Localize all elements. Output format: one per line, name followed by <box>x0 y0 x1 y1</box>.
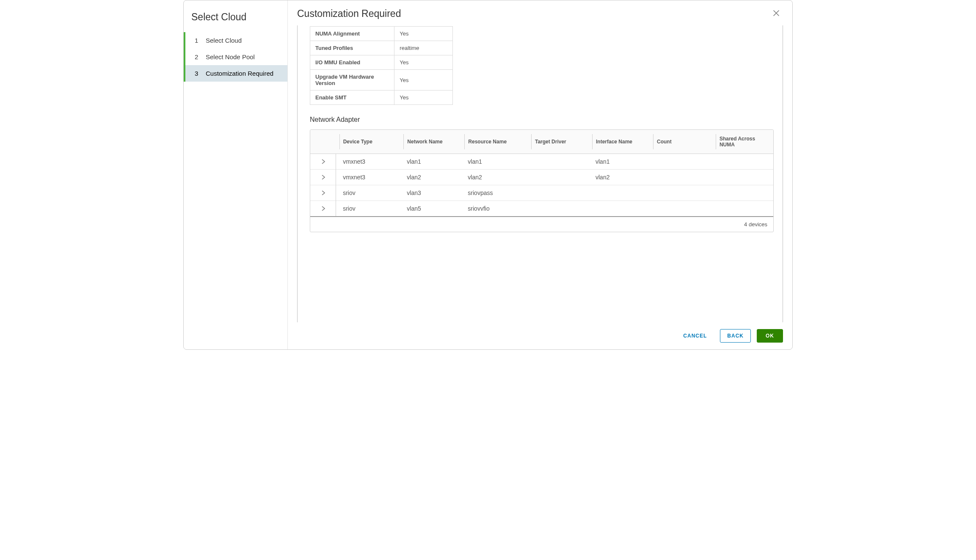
col-interface-name: Interface Name <box>589 130 650 154</box>
cell-device-type: sriov <box>336 185 400 201</box>
step-select-node-pool[interactable]: 2 Select Node Pool <box>184 49 287 65</box>
wizard-footer: CANCEL BACK OK <box>288 322 792 349</box>
cell-resource-name: vlan2 <box>461 170 528 185</box>
col-count: Count <box>650 130 712 154</box>
content-scroll[interactable]: NUMA AlignmentYes Tuned Profilesrealtime… <box>297 25 783 322</box>
expand-row-icon[interactable] <box>310 185 336 201</box>
cell-network-name: vlan2 <box>400 170 461 185</box>
table-footer-count: 4 devices <box>310 216 773 232</box>
cell-resource-name: sriovpass <box>461 185 528 201</box>
cell-interface-name: vlan2 <box>589 170 650 185</box>
close-icon[interactable] <box>769 7 783 20</box>
kv-key: Upgrade VM Hardware Version <box>310 70 394 91</box>
kv-value: Yes <box>394 70 453 91</box>
kv-value: Yes <box>394 91 453 105</box>
cell-interface-name <box>589 185 650 201</box>
col-resource-name: Resource Name <box>461 130 528 154</box>
expand-row-icon[interactable] <box>310 170 336 185</box>
main-header: Customization Required <box>288 0 792 25</box>
kv-key: NUMA Alignment <box>310 27 394 41</box>
cell-interface-name <box>589 201 650 217</box>
kv-value: Yes <box>394 27 453 41</box>
customization-properties-table: NUMA AlignmentYes Tuned Profilesrealtime… <box>310 26 453 105</box>
col-target-driver: Target Driver <box>528 130 589 154</box>
step-number: 2 <box>195 53 200 60</box>
back-button[interactable]: BACK <box>720 329 751 343</box>
wizard-sidebar: Select Cloud 1 Select Cloud 2 Select Nod… <box>184 0 288 349</box>
step-number: 1 <box>195 37 200 44</box>
cell-interface-name: vlan1 <box>589 154 650 170</box>
expand-row-icon[interactable] <box>310 154 336 170</box>
cell-count <box>650 185 712 201</box>
step-label: Select Cloud <box>206 37 242 44</box>
wizard-modal: Select Cloud 1 Select Cloud 2 Select Nod… <box>183 0 793 350</box>
cell-resource-name: sriovvfio <box>461 201 528 217</box>
col-network-name: Network Name <box>400 130 461 154</box>
kv-row: Tuned Profilesrealtime <box>310 41 453 55</box>
kv-key: Tuned Profiles <box>310 41 394 55</box>
table-row[interactable]: sriov vlan3 sriovpass <box>310 185 773 201</box>
step-customization-required[interactable]: 3 Customization Required <box>184 65 287 82</box>
table-row[interactable]: vmxnet3 vlan2 vlan2 vlan2 <box>310 170 773 185</box>
kv-value: realtime <box>394 41 453 55</box>
step-number: 3 <box>195 70 200 77</box>
expand-row-icon[interactable] <box>310 201 336 217</box>
wizard-steps: 1 Select Cloud 2 Select Node Pool 3 Cust… <box>184 32 287 82</box>
col-device-type: Device Type <box>336 130 400 154</box>
cell-count <box>650 154 712 170</box>
step-select-cloud[interactable]: 1 Select Cloud <box>184 32 287 49</box>
cell-target-driver <box>528 185 589 201</box>
network-adapter-heading: Network Adapter <box>310 116 774 124</box>
cell-count <box>650 201 712 217</box>
cell-shared-numa <box>712 185 773 201</box>
kv-key: I/O MMU Enabled <box>310 55 394 70</box>
table-row[interactable]: sriov vlan5 sriovvfio <box>310 201 773 217</box>
ok-button[interactable]: OK <box>757 329 783 343</box>
page-title: Customization Required <box>297 8 401 19</box>
cell-target-driver <box>528 154 589 170</box>
cell-shared-numa <box>712 170 773 185</box>
kv-value: Yes <box>394 55 453 70</box>
cell-shared-numa <box>712 154 773 170</box>
cell-device-type: vmxnet3 <box>336 170 400 185</box>
step-label: Select Node Pool <box>206 53 255 60</box>
cell-resource-name: vlan1 <box>461 154 528 170</box>
cell-count <box>650 170 712 185</box>
kv-row: Enable SMTYes <box>310 91 453 105</box>
cell-network-name: vlan3 <box>400 185 461 201</box>
kv-row: Upgrade VM Hardware VersionYes <box>310 70 453 91</box>
cell-network-name: vlan1 <box>400 154 461 170</box>
wizard-main: Customization Required NUMA AlignmentYes… <box>288 0 792 349</box>
wizard-title: Select Cloud <box>184 6 287 30</box>
kv-row: NUMA AlignmentYes <box>310 27 453 41</box>
kv-row: I/O MMU EnabledYes <box>310 55 453 70</box>
col-expand <box>310 130 336 154</box>
cell-shared-numa <box>712 201 773 217</box>
cancel-button[interactable]: CANCEL <box>676 329 714 343</box>
table-row[interactable]: vmxnet3 vlan1 vlan1 vlan1 <box>310 154 773 170</box>
step-label: Customization Required <box>206 70 273 77</box>
kv-key: Enable SMT <box>310 91 394 105</box>
cell-target-driver <box>528 170 589 185</box>
cell-network-name: vlan5 <box>400 201 461 217</box>
cell-target-driver <box>528 201 589 217</box>
cell-device-type: vmxnet3 <box>336 154 400 170</box>
col-shared-numa: Shared Across NUMA <box>712 130 773 154</box>
network-adapter-table: Device Type Network Name Resource Name T… <box>310 129 774 232</box>
cell-device-type: sriov <box>336 201 400 217</box>
